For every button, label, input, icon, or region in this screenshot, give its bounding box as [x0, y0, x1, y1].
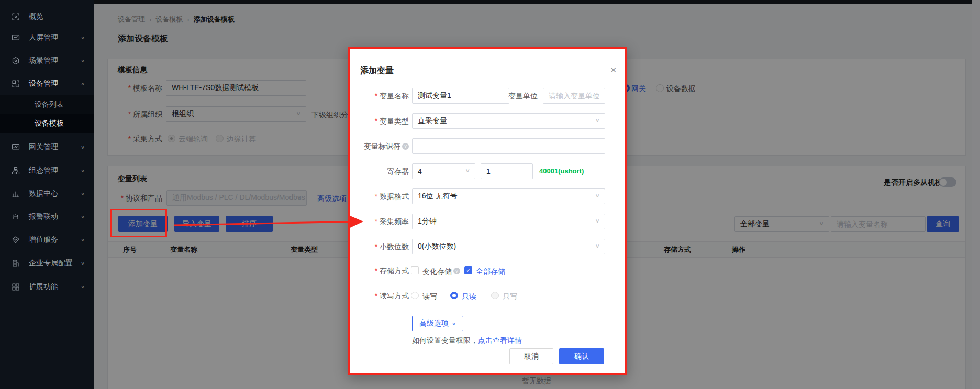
identifier-input[interactable] [412, 138, 605, 154]
annotation-box-add-variable [110, 209, 167, 237]
variable-type-label: 变量类型 [350, 113, 409, 129]
sidebar-item-device-template[interactable]: 设备模板 [0, 114, 94, 133]
storage-all-label[interactable]: 全部存储 [476, 267, 505, 276]
rw-readonly-label[interactable]: 只读 [462, 292, 476, 302]
sidebar-item-enterprise[interactable]: 企业专属配置 ∨ [0, 254, 94, 273]
decimal-places-select[interactable]: 0(小数位数) ∨ [412, 239, 605, 254]
rw-readwrite-label[interactable]: 读写 [422, 292, 437, 302]
rw-readonly-radio[interactable] [450, 292, 458, 299]
chevron-down-icon: ∨ [465, 168, 470, 173]
sidebar-item-alarm[interactable]: 报警联动 ∨ [0, 207, 94, 226]
chevron-down-icon: ∨ [595, 117, 600, 123]
permission-help: 如何设置变量权限，点击查看详情 [412, 336, 522, 346]
identifier-input-field[interactable] [418, 142, 599, 150]
gateway-icon [12, 143, 20, 151]
rw-readwrite-radio[interactable] [411, 292, 419, 299]
storage-all-checkbox[interactable]: ✓ [464, 266, 472, 274]
decimal-places-label: 小数位数 [350, 239, 409, 254]
data-format-label: 数据格式 [350, 188, 409, 204]
chevron-up-icon: ∧ [81, 81, 85, 86]
confirm-button[interactable]: 确认 [559, 348, 604, 364]
extension-icon [12, 283, 20, 291]
data-center-icon [12, 190, 20, 198]
variable-unit-input-field[interactable] [549, 92, 599, 100]
sidebar-item-big-screen[interactable]: 大屏管理 ∨ [0, 28, 94, 47]
sidebar-item-scada[interactable]: 组态管理 ∨ [0, 161, 94, 180]
variable-unit-input[interactable] [543, 88, 605, 104]
chevron-down-icon: ∨ [595, 193, 600, 198]
scene-icon [12, 57, 20, 65]
sidebar-item-overview[interactable]: 概览 [0, 7, 94, 26]
overview-icon [12, 13, 20, 21]
modal-title: 添加变量 [360, 65, 394, 76]
rw-writeonly-radio[interactable] [491, 292, 499, 299]
add-variable-modal: 添加变量 ✕ 变量名称 变量单位 变量类型 直采变量 ∨ 变量标识符 ? [348, 47, 627, 375]
register-address-input[interactable] [481, 163, 533, 179]
register-type-select[interactable]: 4 ∨ [412, 163, 475, 179]
collect-frequency-label: 采集频率 [350, 214, 409, 229]
app-root: 概览 大屏管理 ∨ 场景管理 ∨ 设备管理 ∧ 设备列表 设备模板 网关 [0, 0, 980, 389]
sidebar-item-gateway[interactable]: 网关管理 ∨ [0, 138, 94, 157]
cancel-button[interactable]: 取消 [509, 348, 553, 364]
variable-name-input-field[interactable] [418, 92, 504, 100]
collect-frequency-select[interactable]: 1分钟 ∨ [412, 214, 605, 229]
chevron-down-icon: ∨ [595, 243, 600, 249]
variable-type-select[interactable]: 直采变量 ∨ [412, 113, 605, 129]
chevron-down-icon: ∨ [81, 168, 85, 173]
sidebar-item-device-list[interactable]: 设备列表 [0, 95, 94, 114]
identifier-label: 变量标识符 [364, 138, 400, 154]
sidebar-item-device[interactable]: 设备管理 ∧ [0, 74, 94, 93]
info-icon: ? [453, 268, 460, 274]
view-details-link[interactable]: 点击查看详情 [478, 336, 522, 344]
chevron-down-icon: ∨ [81, 58, 85, 63]
sidebar-item-data-center[interactable]: 数据中心 ∨ [0, 184, 94, 203]
sidebar: 概览 大屏管理 ∨ 场景管理 ∨ 设备管理 ∧ 设备列表 设备模板 网关 [0, 0, 94, 389]
chevron-down-icon: ∨ [81, 284, 85, 290]
value-added-icon [12, 236, 20, 244]
big-screen-icon [12, 34, 20, 42]
alarm-icon [12, 213, 20, 221]
chevron-down-icon: ∨ [81, 214, 85, 219]
chevron-down-icon: ∨ [81, 35, 85, 40]
chevron-down-icon: ∨ [81, 191, 85, 196]
register-label: 寄存器 [350, 163, 409, 179]
storage-change-label[interactable]: 变化存储 [422, 267, 452, 276]
data-format-select[interactable]: 16位 无符号 ∨ [412, 188, 605, 204]
chevron-down-icon: ∨ [452, 321, 456, 326]
identifier-label-wrap: 变量标识符 ? [350, 138, 409, 154]
device-submenu: 设备列表 设备模板 [0, 95, 94, 133]
rw-writeonly-label[interactable]: 只写 [503, 292, 517, 302]
variable-name-input[interactable] [412, 88, 509, 104]
variable-name-label: 变量名称 [350, 88, 409, 104]
variable-unit-label: 变量单位 [504, 88, 538, 104]
scada-icon [12, 166, 20, 175]
sidebar-item-value-added[interactable]: 增值服务 ∨ [0, 230, 94, 249]
register-hint: 40001(ushort) [539, 163, 584, 179]
check-icon: ✓ [466, 267, 471, 274]
register-address-input-field[interactable] [486, 167, 527, 175]
close-icon[interactable]: ✕ [610, 65, 617, 75]
chevron-down-icon: ∨ [81, 237, 85, 242]
chevron-down-icon: ∨ [595, 218, 600, 224]
rw-mode-label: 读写方式 [350, 290, 409, 302]
sidebar-item-scene[interactable]: 场景管理 ∨ [0, 51, 94, 70]
storage-change-checkbox[interactable] [411, 266, 419, 274]
device-icon [12, 80, 20, 88]
modal-advanced-options-button[interactable]: 高级选项 ∨ [412, 316, 463, 331]
info-icon: ? [402, 143, 409, 150]
chevron-down-icon: ∨ [81, 261, 85, 266]
enterprise-icon [12, 259, 20, 268]
storage-mode-label: 存储方式 [350, 264, 409, 277]
chevron-down-icon: ∨ [81, 145, 85, 150]
sidebar-item-extension[interactable]: 扩展功能 ∨ [0, 277, 94, 296]
